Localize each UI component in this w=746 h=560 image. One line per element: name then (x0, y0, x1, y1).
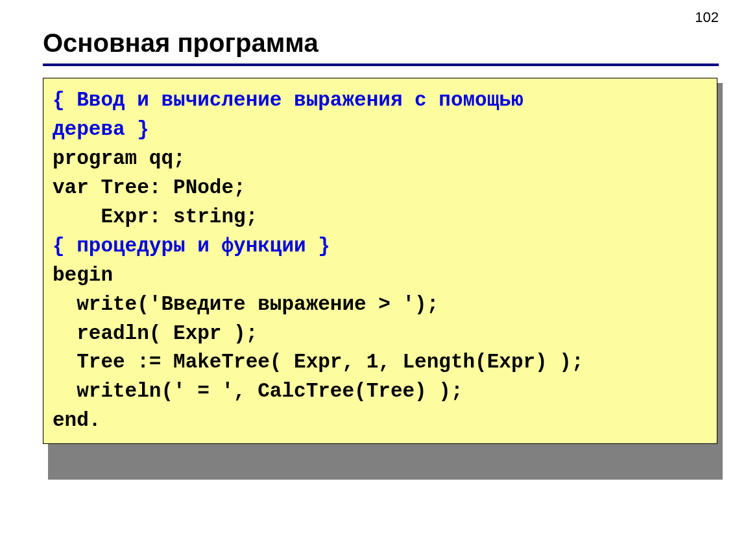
slide-heading: Основная программа (43, 29, 319, 58)
code-comment: дерева } (53, 115, 708, 145)
code-box: { Ввод и вычисление выражения с помощью … (43, 78, 717, 444)
code-comment: { Ввод и вычисление выражения с помощью (53, 86, 708, 115)
page-number: 102 (695, 9, 719, 26)
code-line: Expr: string; (53, 203, 708, 232)
code-line: var Tree: PNode; (53, 174, 708, 203)
code-line: program qq; (53, 145, 708, 174)
code-line: end. (53, 406, 708, 436)
heading-rule (43, 64, 719, 66)
code-comment: { процедуры и функции } (53, 232, 708, 261)
code-line: begin (53, 261, 708, 290)
code-line: writeln(' = ', CalcTree(Tree) ); (53, 377, 708, 406)
code-line: readln( Expr ); (53, 320, 708, 349)
code-line: write('Введите выражение > '); (53, 290, 708, 320)
code-line: Tree := MakeTree( Expr, 1, Length(Expr) … (53, 348, 708, 377)
